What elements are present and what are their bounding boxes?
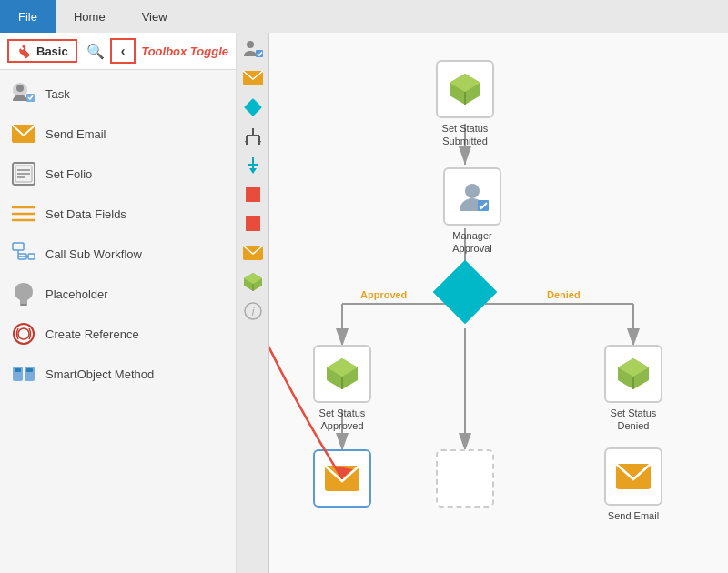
node-label-denied: Set StatusDenied	[611, 407, 657, 433]
toolbox-title-box: Basic	[7, 39, 77, 63]
strip-diamond-icon[interactable]	[240, 95, 266, 120]
canvas-area[interactable]: Set StatusSubmitted Manager Approval App…	[269, 33, 728, 573]
svg-rect-22	[15, 368, 21, 372]
svg-text:i: i	[251, 306, 254, 318]
toolbox-item-smartobject-method[interactable]: SmartObject Method	[0, 354, 236, 394]
task-label: Task	[46, 87, 70, 101]
svg-rect-14	[28, 254, 35, 259]
smartobject-method-label: SmartObject Method	[46, 367, 154, 381]
node-decision[interactable]	[442, 269, 488, 315]
toolbox-toggle-button[interactable]: ‹	[110, 38, 136, 64]
node-label-send-email-right: Send Email	[608, 509, 659, 522]
node-box-send-email-right	[604, 447, 662, 506]
toolbox-header: Basic 🔍 ‹ Toolbox Toggle	[0, 33, 236, 70]
send-email-label: Send Email	[46, 127, 106, 141]
svg-point-58	[465, 184, 480, 198]
node-set-status-denied[interactable]: Set StatusDenied	[604, 345, 662, 433]
task-icon	[11, 81, 36, 106]
svg-point-1	[16, 85, 24, 92]
set-folio-icon	[11, 161, 36, 186]
svg-marker-33	[245, 141, 248, 145]
toolbox-item-call-sub-workflow[interactable]: Call Sub Workflow	[0, 234, 236, 274]
node-send-email-right[interactable]: Send Email	[604, 447, 662, 522]
placeholder-icon	[11, 281, 36, 307]
call-sub-workflow-label: Call Sub Workflow	[46, 247, 142, 261]
package-icon-denied	[615, 356, 652, 392]
strip-email-bottom-icon[interactable]	[240, 240, 266, 266]
toolbox-item-set-folio[interactable]: Set Folio	[0, 154, 236, 194]
strip-red-square-2-icon[interactable]	[240, 211, 266, 236]
svg-point-19	[18, 328, 29, 339]
set-data-fields-label: Set Data Fields	[46, 207, 126, 221]
node-label-approved: Set StatusApproved	[319, 407, 366, 433]
svg-marker-36	[249, 168, 257, 174]
toolbox-item-set-data-fields[interactable]: Set Data Fields	[0, 194, 236, 234]
node-box-send-email	[313, 449, 371, 508]
strip-email-icon[interactable]	[240, 65, 266, 91]
icon-strip: i	[237, 33, 269, 573]
main-layout: Basic 🔍 ‹ Toolbox Toggle Task	[0, 33, 728, 573]
node-manager-approval[interactable]: Manager Approval	[436, 167, 509, 256]
toolbox-panel: Basic 🔍 ‹ Toolbox Toggle Task	[0, 33, 237, 573]
call-sub-workflow-icon	[11, 241, 36, 266]
task-icon-manager	[454, 178, 490, 215]
email-icon-right	[615, 463, 652, 490]
toolbox-search-button[interactable]: 🔍	[86, 43, 105, 60]
menu-tab-file[interactable]: File	[0, 0, 56, 33]
node-set-status-approved[interactable]: Set StatusApproved	[313, 345, 371, 433]
svg-marker-34	[258, 141, 261, 145]
menu-tab-view[interactable]: View	[124, 0, 186, 33]
strip-red-square-1-icon[interactable]	[240, 182, 266, 207]
send-email-icon	[11, 121, 36, 146]
strip-info-icon[interactable]: i	[240, 298, 266, 324]
email-icon-canvas	[324, 465, 360, 492]
toolbox-toggle-label: Toolbox Toggle	[141, 45, 228, 58]
svg-rect-23	[26, 368, 33, 372]
node-placeholder[interactable]	[436, 449, 494, 508]
package-icon-approved	[324, 356, 360, 392]
strip-down-arrow-icon[interactable]	[240, 153, 266, 178]
create-reference-label: Create Reference	[46, 327, 139, 341]
set-folio-label: Set Folio	[46, 167, 92, 181]
node-set-status-submitted[interactable]: Set StatusSubmitted	[436, 60, 494, 148]
toolbox-item-placeholder[interactable]: Placeholder	[0, 274, 236, 314]
strip-fork-icon[interactable]	[240, 124, 266, 149]
svg-rect-39	[246, 216, 260, 231]
strip-package-icon[interactable]	[240, 269, 266, 295]
toolbox-title: Basic	[36, 45, 68, 58]
package-icon-submitted	[447, 71, 483, 107]
toolbox-item-task[interactable]: Task	[0, 74, 236, 114]
node-box-manager	[443, 167, 501, 226]
node-label-manager: Manager Approval	[436, 229, 509, 256]
approved-label: Approved	[360, 289, 407, 300]
strip-task-icon[interactable]	[240, 36, 266, 62]
svg-point-24	[247, 41, 254, 48]
toolbox-items: Task Send Email	[0, 70, 236, 573]
svg-rect-12	[13, 243, 24, 250]
wrench-icon	[16, 43, 33, 59]
denied-label: Denied	[547, 289, 581, 300]
create-reference-icon	[11, 321, 36, 347]
node-box-denied	[604, 345, 662, 403]
svg-rect-27	[244, 98, 262, 116]
menu-bar: File Home View	[0, 0, 728, 33]
node-send-email-canvas[interactable]	[313, 449, 371, 508]
menu-tab-home[interactable]: Home	[56, 0, 124, 33]
node-label-submitted: Set StatusSubmitted	[442, 122, 489, 148]
toolbox-item-send-email[interactable]: Send Email	[0, 114, 236, 154]
node-box-placeholder	[436, 449, 494, 508]
svg-rect-17	[20, 304, 27, 306]
diamond-icon	[433, 260, 498, 325]
svg-rect-38	[246, 187, 260, 202]
node-box-submitted	[436, 60, 494, 118]
set-data-fields-icon	[11, 201, 36, 226]
toolbox-item-create-reference[interactable]: Create Reference	[0, 314, 236, 354]
smartobject-method-icon	[11, 361, 36, 387]
decision-container	[442, 269, 488, 315]
node-box-approved	[313, 345, 371, 403]
placeholder-label: Placeholder	[46, 287, 108, 301]
